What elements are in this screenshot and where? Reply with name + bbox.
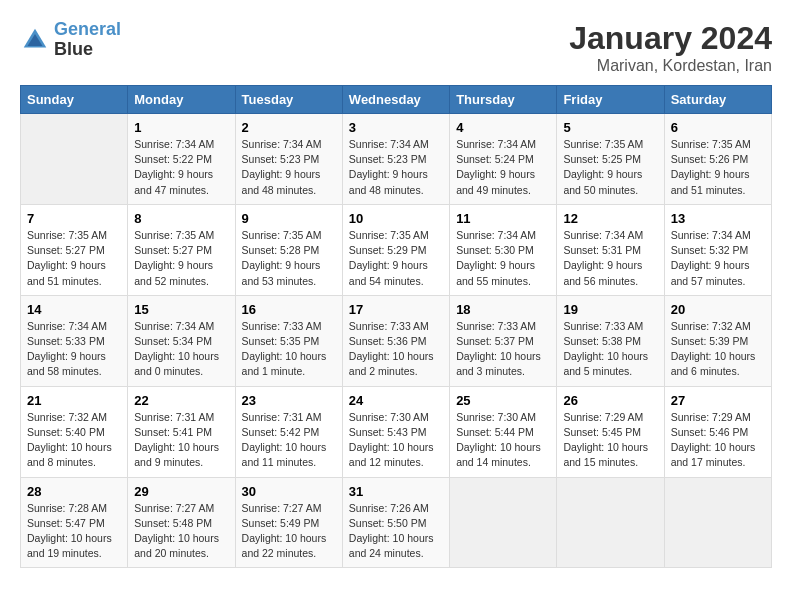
day-info: Sunrise: 7:34 AMSunset: 5:22 PMDaylight:… bbox=[134, 137, 228, 198]
day-info: Sunrise: 7:34 AMSunset: 5:32 PMDaylight:… bbox=[671, 228, 765, 289]
weekday-header-thursday: Thursday bbox=[450, 86, 557, 114]
title-block: January 2024 Marivan, Kordestan, Iran bbox=[569, 20, 772, 75]
day-info: Sunrise: 7:34 AMSunset: 5:24 PMDaylight:… bbox=[456, 137, 550, 198]
logo-text: General Blue bbox=[54, 20, 121, 60]
day-info: Sunrise: 7:34 AMSunset: 5:31 PMDaylight:… bbox=[563, 228, 657, 289]
day-info: Sunrise: 7:35 AMSunset: 5:27 PMDaylight:… bbox=[27, 228, 121, 289]
calendar-cell: 6Sunrise: 7:35 AMSunset: 5:26 PMDaylight… bbox=[664, 114, 771, 205]
calendar-cell: 17Sunrise: 7:33 AMSunset: 5:36 PMDayligh… bbox=[342, 295, 449, 386]
day-number: 24 bbox=[349, 393, 443, 408]
day-info: Sunrise: 7:29 AMSunset: 5:45 PMDaylight:… bbox=[563, 410, 657, 471]
day-info: Sunrise: 7:30 AMSunset: 5:44 PMDaylight:… bbox=[456, 410, 550, 471]
calendar-cell: 7Sunrise: 7:35 AMSunset: 5:27 PMDaylight… bbox=[21, 204, 128, 295]
day-info: Sunrise: 7:35 AMSunset: 5:27 PMDaylight:… bbox=[134, 228, 228, 289]
weekday-header-monday: Monday bbox=[128, 86, 235, 114]
calendar-cell: 12Sunrise: 7:34 AMSunset: 5:31 PMDayligh… bbox=[557, 204, 664, 295]
calendar-cell bbox=[21, 114, 128, 205]
calendar-cell bbox=[450, 477, 557, 568]
calendar-cell: 22Sunrise: 7:31 AMSunset: 5:41 PMDayligh… bbox=[128, 386, 235, 477]
calendar-cell: 9Sunrise: 7:35 AMSunset: 5:28 PMDaylight… bbox=[235, 204, 342, 295]
day-number: 6 bbox=[671, 120, 765, 135]
day-info: Sunrise: 7:35 AMSunset: 5:25 PMDaylight:… bbox=[563, 137, 657, 198]
day-number: 18 bbox=[456, 302, 550, 317]
calendar-cell: 20Sunrise: 7:32 AMSunset: 5:39 PMDayligh… bbox=[664, 295, 771, 386]
calendar-week-row: 7Sunrise: 7:35 AMSunset: 5:27 PMDaylight… bbox=[21, 204, 772, 295]
weekday-header-sunday: Sunday bbox=[21, 86, 128, 114]
day-number: 13 bbox=[671, 211, 765, 226]
day-info: Sunrise: 7:34 AMSunset: 5:30 PMDaylight:… bbox=[456, 228, 550, 289]
day-info: Sunrise: 7:33 AMSunset: 5:38 PMDaylight:… bbox=[563, 319, 657, 380]
calendar-cell: 18Sunrise: 7:33 AMSunset: 5:37 PMDayligh… bbox=[450, 295, 557, 386]
day-number: 23 bbox=[242, 393, 336, 408]
calendar-cell: 21Sunrise: 7:32 AMSunset: 5:40 PMDayligh… bbox=[21, 386, 128, 477]
weekday-header-saturday: Saturday bbox=[664, 86, 771, 114]
logo: General Blue bbox=[20, 20, 121, 60]
day-info: Sunrise: 7:32 AMSunset: 5:40 PMDaylight:… bbox=[27, 410, 121, 471]
day-number: 2 bbox=[242, 120, 336, 135]
calendar-cell: 10Sunrise: 7:35 AMSunset: 5:29 PMDayligh… bbox=[342, 204, 449, 295]
calendar-cell: 11Sunrise: 7:34 AMSunset: 5:30 PMDayligh… bbox=[450, 204, 557, 295]
day-info: Sunrise: 7:29 AMSunset: 5:46 PMDaylight:… bbox=[671, 410, 765, 471]
day-number: 28 bbox=[27, 484, 121, 499]
weekday-header-row: SundayMondayTuesdayWednesdayThursdayFrid… bbox=[21, 86, 772, 114]
calendar-cell: 26Sunrise: 7:29 AMSunset: 5:45 PMDayligh… bbox=[557, 386, 664, 477]
calendar-cell: 1Sunrise: 7:34 AMSunset: 5:22 PMDaylight… bbox=[128, 114, 235, 205]
day-number: 29 bbox=[134, 484, 228, 499]
calendar-table: SundayMondayTuesdayWednesdayThursdayFrid… bbox=[20, 85, 772, 568]
day-info: Sunrise: 7:31 AMSunset: 5:42 PMDaylight:… bbox=[242, 410, 336, 471]
day-number: 30 bbox=[242, 484, 336, 499]
day-info: Sunrise: 7:34 AMSunset: 5:34 PMDaylight:… bbox=[134, 319, 228, 380]
calendar-cell: 14Sunrise: 7:34 AMSunset: 5:33 PMDayligh… bbox=[21, 295, 128, 386]
day-number: 19 bbox=[563, 302, 657, 317]
calendar-cell: 25Sunrise: 7:30 AMSunset: 5:44 PMDayligh… bbox=[450, 386, 557, 477]
day-info: Sunrise: 7:34 AMSunset: 5:33 PMDaylight:… bbox=[27, 319, 121, 380]
day-info: Sunrise: 7:35 AMSunset: 5:28 PMDaylight:… bbox=[242, 228, 336, 289]
calendar-cell: 31Sunrise: 7:26 AMSunset: 5:50 PMDayligh… bbox=[342, 477, 449, 568]
page-header: General Blue January 2024 Marivan, Korde… bbox=[20, 20, 772, 75]
day-number: 16 bbox=[242, 302, 336, 317]
weekday-header-friday: Friday bbox=[557, 86, 664, 114]
day-info: Sunrise: 7:31 AMSunset: 5:41 PMDaylight:… bbox=[134, 410, 228, 471]
weekday-header-tuesday: Tuesday bbox=[235, 86, 342, 114]
day-number: 9 bbox=[242, 211, 336, 226]
day-info: Sunrise: 7:33 AMSunset: 5:36 PMDaylight:… bbox=[349, 319, 443, 380]
day-number: 17 bbox=[349, 302, 443, 317]
day-number: 31 bbox=[349, 484, 443, 499]
calendar-week-row: 28Sunrise: 7:28 AMSunset: 5:47 PMDayligh… bbox=[21, 477, 772, 568]
day-number: 11 bbox=[456, 211, 550, 226]
calendar-cell: 24Sunrise: 7:30 AMSunset: 5:43 PMDayligh… bbox=[342, 386, 449, 477]
day-number: 14 bbox=[27, 302, 121, 317]
calendar-cell: 27Sunrise: 7:29 AMSunset: 5:46 PMDayligh… bbox=[664, 386, 771, 477]
calendar-cell: 8Sunrise: 7:35 AMSunset: 5:27 PMDaylight… bbox=[128, 204, 235, 295]
day-number: 12 bbox=[563, 211, 657, 226]
calendar-cell: 19Sunrise: 7:33 AMSunset: 5:38 PMDayligh… bbox=[557, 295, 664, 386]
day-info: Sunrise: 7:35 AMSunset: 5:29 PMDaylight:… bbox=[349, 228, 443, 289]
logo-icon bbox=[20, 25, 50, 55]
calendar-cell bbox=[664, 477, 771, 568]
calendar-cell: 4Sunrise: 7:34 AMSunset: 5:24 PMDaylight… bbox=[450, 114, 557, 205]
day-info: Sunrise: 7:28 AMSunset: 5:47 PMDaylight:… bbox=[27, 501, 121, 562]
day-info: Sunrise: 7:27 AMSunset: 5:49 PMDaylight:… bbox=[242, 501, 336, 562]
calendar-cell: 2Sunrise: 7:34 AMSunset: 5:23 PMDaylight… bbox=[235, 114, 342, 205]
calendar-cell bbox=[557, 477, 664, 568]
weekday-header-wednesday: Wednesday bbox=[342, 86, 449, 114]
day-info: Sunrise: 7:33 AMSunset: 5:37 PMDaylight:… bbox=[456, 319, 550, 380]
day-number: 15 bbox=[134, 302, 228, 317]
day-info: Sunrise: 7:33 AMSunset: 5:35 PMDaylight:… bbox=[242, 319, 336, 380]
day-info: Sunrise: 7:30 AMSunset: 5:43 PMDaylight:… bbox=[349, 410, 443, 471]
calendar-week-row: 21Sunrise: 7:32 AMSunset: 5:40 PMDayligh… bbox=[21, 386, 772, 477]
day-number: 21 bbox=[27, 393, 121, 408]
day-number: 5 bbox=[563, 120, 657, 135]
calendar-cell: 13Sunrise: 7:34 AMSunset: 5:32 PMDayligh… bbox=[664, 204, 771, 295]
day-info: Sunrise: 7:26 AMSunset: 5:50 PMDaylight:… bbox=[349, 501, 443, 562]
day-info: Sunrise: 7:27 AMSunset: 5:48 PMDaylight:… bbox=[134, 501, 228, 562]
day-number: 20 bbox=[671, 302, 765, 317]
day-number: 10 bbox=[349, 211, 443, 226]
calendar-cell: 3Sunrise: 7:34 AMSunset: 5:23 PMDaylight… bbox=[342, 114, 449, 205]
calendar-cell: 28Sunrise: 7:28 AMSunset: 5:47 PMDayligh… bbox=[21, 477, 128, 568]
day-number: 25 bbox=[456, 393, 550, 408]
day-number: 7 bbox=[27, 211, 121, 226]
day-info: Sunrise: 7:34 AMSunset: 5:23 PMDaylight:… bbox=[349, 137, 443, 198]
calendar-week-row: 1Sunrise: 7:34 AMSunset: 5:22 PMDaylight… bbox=[21, 114, 772, 205]
day-number: 8 bbox=[134, 211, 228, 226]
